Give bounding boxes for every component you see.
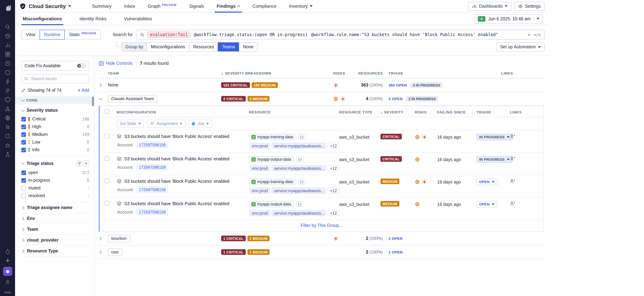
nav-findings[interactable]: Findings	[210, 0, 246, 12]
facet-value-resolved[interactable]: resolved-	[21, 192, 89, 200]
checkbox[interactable]	[21, 117, 26, 121]
facet-value-muted[interactable]: muted-	[21, 184, 89, 192]
facet-group-env[interactable]: Env	[21, 213, 89, 224]
triage-status-dropdown[interactable]: IN PROGRESS	[476, 156, 512, 163]
infrastructure-icon[interactable]	[4, 69, 11, 76]
rum-icon[interactable]	[4, 124, 11, 130]
team-name-chip[interactable]: cws	[108, 248, 122, 256]
threat-burst-risk-icon[interactable]	[422, 179, 427, 184]
assign-person-plus-icon[interactable]	[510, 178, 515, 184]
facet-group-team[interactable]: Team	[21, 224, 89, 235]
checkbox[interactable]	[21, 194, 26, 198]
ci-icon[interactable]	[4, 133, 11, 139]
group-row-claude-assistant-team[interactable]: Claude Assistant Team 2 CRITICAL2 MEDIUM…	[99, 92, 544, 106]
collapse-chevron-icon[interactable]	[99, 96, 102, 100]
checkbox[interactable]	[21, 170, 26, 175]
rule-name[interactable]: S3 buckets should have 'Block Public Acc…	[124, 179, 229, 184]
tab-vulnerabilities[interactable]: Vulnerabilities	[123, 12, 154, 25]
checkbox[interactable]	[21, 178, 26, 182]
service-tag[interactable]: service:myappclaudeassis...	[272, 188, 326, 194]
group-by-resources[interactable]: Resources	[189, 42, 218, 52]
row-checkbox[interactable]	[105, 134, 109, 138]
more-tags-chip[interactable]: +12	[328, 143, 339, 149]
account-id-chip[interactable]: 172597598159	[136, 209, 168, 215]
resource-chip[interactable]: myapp-output-data	[249, 201, 294, 207]
facet-value-medium[interactable]: Medium189	[21, 130, 89, 138]
labs-icon[interactable]	[4, 151, 11, 158]
group-row-cws[interactable]: cws 1 CRITICAL1 MEDIUM 2(100%) 2 OPEN	[99, 246, 544, 259]
account-id-chip[interactable]: 172597598159	[136, 186, 168, 192]
facet-value-info[interactable]: Info0	[21, 146, 89, 154]
resource-chip[interactable]: myapp-training-data	[249, 178, 296, 185]
facet-group-cloud-provider[interactable]: cloud_provider	[21, 235, 89, 246]
raw-query-icon[interactable]: </>	[534, 32, 541, 37]
search-query-input[interactable]: evaluation:fail @workflow.triage.status:…	[136, 30, 544, 40]
clear-search-icon[interactable]: ×	[528, 32, 530, 37]
datadog-logo-icon[interactable]	[4, 4, 11, 10]
service-tag[interactable]: service:myappclaudeassis...	[272, 210, 326, 216]
logs-icon[interactable]	[4, 88, 11, 94]
settings-button[interactable]: Settings	[514, 2, 544, 11]
notebook-icon[interactable]	[4, 60, 11, 66]
facet-group-triage-assignee[interactable]: Triage assignee name	[21, 202, 89, 213]
facet-scrollbar-thumb[interactable]	[92, 96, 94, 106]
nav-graph[interactable]: GraphPREVIEW	[142, 0, 183, 12]
triage-status-dropdown[interactable]: OPEN	[476, 178, 497, 185]
tab-identity-risks[interactable]: Identity Risks	[78, 12, 108, 25]
column-links[interactable]: LINKS	[501, 71, 544, 75]
nav-inbox[interactable]: Inbox	[118, 0, 142, 12]
column-resource[interactable]: RESOURCE	[249, 110, 339, 114]
network-icon[interactable]	[4, 106, 11, 112]
facet-value-in-progress[interactable]: in-progress5	[21, 176, 89, 184]
group-row-none[interactable]: None 181 CRITICAL182 MEDIUM 363(100%) 36…	[99, 78, 544, 92]
assign-person-plus-icon[interactable]	[510, 156, 515, 162]
threat-burst-risk-icon[interactable]	[333, 236, 338, 241]
env-tag[interactable]: env:prod	[250, 143, 270, 149]
query-token-rule-name[interactable]: @workflow.rule.name:"S3 buckets should h…	[311, 32, 498, 37]
rule-name[interactable]: S3 buckets should have 'Block Public Acc…	[124, 134, 229, 139]
env-tag[interactable]: env:prod	[250, 188, 270, 194]
team-name-chip[interactable]: Claude Assistant Team	[108, 95, 158, 102]
column-triage[interactable]: TRIAGE	[476, 110, 510, 114]
checkbox[interactable]	[21, 132, 26, 137]
env-tag[interactable]: env:prod	[250, 165, 270, 171]
product-switcher[interactable]: Cloud Security	[19, 3, 71, 10]
column-resource-type[interactable]: RESOURCE TYPE	[339, 110, 380, 114]
column-severity-breakdown[interactable]: ↓SEVERITY BREAKDOWN	[221, 71, 333, 76]
column-resources[interactable]: RESOURCES	[354, 71, 386, 75]
public-access-globe-risk-icon[interactable]	[333, 96, 338, 101]
column-links[interactable]: LINKS	[510, 110, 544, 114]
assign-person-plus-icon[interactable]	[510, 134, 515, 139]
filter-by-group-link[interactable]: Filter by This Group...	[100, 220, 544, 232]
column-triage[interactable]: TRIAGE	[386, 71, 501, 75]
query-token-triage-status[interactable]: @workflow.triage.status:(open OR in-prog…	[194, 32, 308, 37]
column-risks[interactable]: RISKS	[415, 110, 437, 114]
finding-row[interactable]: S3 buckets should have 'Block Public Acc…	[100, 130, 544, 153]
set-state-button[interactable]: Set State	[116, 120, 144, 128]
json-braces-chip[interactable]: {}	[298, 179, 306, 184]
checkbox[interactable]	[21, 148, 26, 152]
facet-section-core[interactable]: CORE	[15, 96, 94, 104]
column-risks[interactable]: RISKS	[333, 71, 354, 75]
rule-name[interactable]: S3 buckets should have 'Block Public Acc…	[124, 201, 229, 206]
expand-chevron-icon[interactable]	[98, 84, 102, 87]
expand-chevron-icon[interactable]	[98, 250, 102, 254]
query-token-evaluation-fail[interactable]: evaluation:fail	[148, 32, 190, 38]
bits-mascot-icon[interactable]	[3, 267, 12, 276]
add-facet-button[interactable]: +Add	[78, 88, 89, 93]
row-checkbox[interactable]	[105, 178, 109, 183]
threat-burst-risk-icon[interactable]	[340, 96, 346, 101]
group-by-misconfigurations[interactable]: Misconfigurations	[147, 42, 189, 52]
apm-icon[interactable]	[4, 78, 11, 85]
facet-value-low[interactable]: Low0	[21, 138, 89, 146]
incidents-icon[interactable]	[4, 248, 11, 254]
service-tag[interactable]: service:myappclaudeassis...	[272, 143, 326, 149]
checkbox[interactable]	[21, 140, 26, 144]
row-checkbox[interactable]	[105, 156, 109, 161]
view-static-segment[interactable]: StaticPREVIEW	[64, 30, 101, 40]
finding-row[interactable]: S3 buckets should have 'Block Public Acc…	[100, 175, 544, 198]
env-tag[interactable]: env:prod	[250, 210, 270, 216]
facet-value-high[interactable]: High0	[21, 123, 89, 130]
nav-summary[interactable]: Summary	[86, 0, 118, 12]
security-icon[interactable]	[4, 96, 11, 103]
